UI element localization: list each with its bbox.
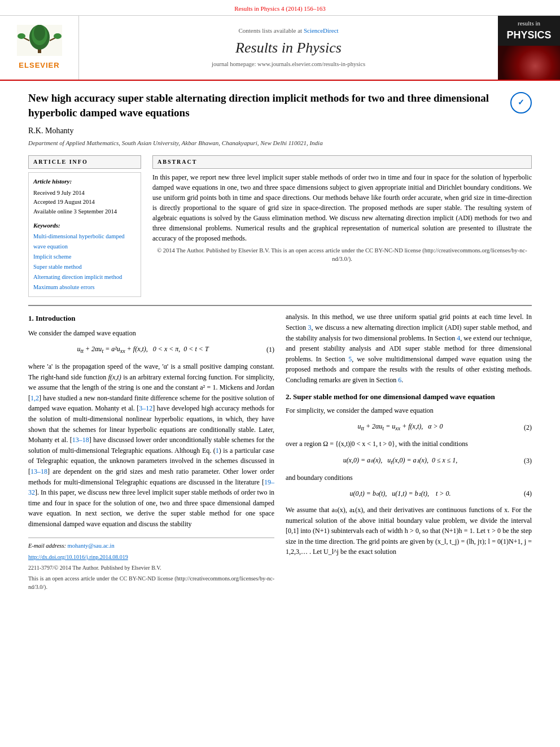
- sciencedirect-link[interactable]: ScienceDirect: [304, 27, 339, 34]
- ref-13-18[interactable]: 13–18: [72, 436, 89, 444]
- elsevier-logo: ELSEVIER: [17, 25, 62, 71]
- eq4-content: u(0,t) = b₀(t), u(1,t) = b₁(t), t > 0.: [286, 488, 515, 499]
- svg-point-7: [18, 33, 25, 39]
- ref-1-2[interactable]: 1,2: [30, 394, 39, 402]
- journal-header: Results in Physics 4 (2014) 156–163: [0, 0, 560, 81]
- body-col-left: 1. Introduction We consider the damped w…: [28, 312, 274, 591]
- issn-line: 2211-3797/© 2014 The Author. Published b…: [28, 563, 274, 572]
- received-date: Received 9 July 2014: [33, 189, 136, 198]
- eq1-content: utt + 2αut = a²uxx + f(x,t), 0 < x < π, …: [28, 344, 257, 356]
- elsevier-wordmark: ELSEVIER: [19, 60, 59, 71]
- journal-banner: ELSEVIER Contents lists available at Sci…: [0, 15, 560, 80]
- section2-para4: We assume that a₀(x), a₁(x), and their d…: [286, 505, 532, 557]
- ref-sec6[interactable]: 6: [398, 376, 401, 384]
- journal-top-link-anchor[interactable]: Results in Physics 4 (2014) 156–163: [234, 5, 326, 12]
- ref-sec5[interactable]: 5: [348, 355, 352, 363]
- license-footer: This is an open access article under the…: [28, 574, 274, 591]
- ref-3-12[interactable]: 3–12: [139, 404, 152, 412]
- eq3-math: u(x,0) = a₀(x), ut(x,0) = a₁(x), 0 ≤ x ≤…: [343, 456, 458, 464]
- copyright-text: © 2014 The Author. Published by Elsevier…: [157, 247, 527, 262]
- keyword-5[interactable]: Maximum absolute errors: [33, 282, 136, 292]
- section1-title-text: Introduction: [36, 314, 76, 322]
- email-label: E-mail address:: [28, 543, 66, 549]
- doi-link[interactable]: http://dx.doi.org/10.1016/j.rinp.2014.08…: [28, 554, 128, 560]
- eq2-num: (2): [515, 422, 532, 433]
- elsevier-logo-section: ELSEVIER: [0, 16, 79, 80]
- keyword-4[interactable]: Alternating direction implicit method: [33, 272, 136, 282]
- eq1-num: (1): [257, 344, 274, 355]
- eq3-num: (3): [515, 456, 532, 466]
- keywords-list: Multi-dimensional hyperbolic damped wave…: [33, 231, 136, 292]
- section2-para3: and boundary conditions: [286, 473, 532, 483]
- ref-13-18b[interactable]: 13–18: [30, 468, 47, 475]
- eq2-math: utt + 2αut = uxx + f(x,t), α > 0: [357, 422, 443, 430]
- badge-physics-text: PHYSICS: [506, 28, 551, 42]
- article-info-box: Article history: Received 9 July 2014 Ac…: [28, 172, 141, 297]
- email-footnote: E-mail address: mohanty@sau.ac.in: [28, 541, 274, 551]
- ref-sec3[interactable]: 3: [308, 324, 312, 331]
- equation-2: utt + 2αut = uxx + f(x,t), α > 0 (2): [286, 420, 532, 434]
- section1-para1: We consider the damped wave equation: [28, 328, 274, 339]
- ref-eq1[interactable]: 1: [216, 447, 219, 455]
- email-link[interactable]: mohanty@sau.ac.in: [68, 543, 115, 549]
- license-text: © 2014 The Author. Published by Elsevier…: [152, 247, 532, 263]
- ref-19-32[interactable]: 19–32: [28, 478, 274, 497]
- keywords-label: Keywords:: [33, 221, 136, 230]
- available-date: Available online 3 September 2014: [33, 207, 136, 217]
- keyword-1[interactable]: Multi-dimensional hyperbolic damped wave…: [33, 231, 136, 252]
- body-two-col: 1. Introduction We consider the damped w…: [28, 312, 532, 591]
- badge-results-text: results in: [506, 19, 551, 28]
- ref-sec4[interactable]: 4: [457, 334, 460, 342]
- article-content: New high accuracy super stable alternati…: [0, 81, 560, 601]
- section2-title-text: Super stable method for one dimensional …: [293, 392, 495, 401]
- history-label: Article history:: [33, 177, 136, 186]
- eq2-content: utt + 2αut = uxx + f(x,t), α > 0: [286, 421, 515, 433]
- journal-center: Contents lists available at ScienceDirec…: [79, 16, 498, 80]
- body-col-right: analysis. In this method, we use three u…: [286, 312, 532, 591]
- section1-title: 1. Introduction: [28, 313, 274, 324]
- doi-line: http://dx.doi.org/10.1016/j.rinp.2014.08…: [28, 553, 274, 561]
- journal-homepage: journal homepage: www.journals.elsevier.…: [212, 60, 365, 69]
- article-info-heading: ARTICLE INFO: [28, 155, 141, 169]
- results-physics-badge-section: results in PHYSICS: [498, 16, 560, 80]
- homepage-label: journal homepage:: [212, 61, 256, 67]
- accepted-date: Accepted 19 August 2014: [33, 198, 136, 207]
- article-title-row: New high accuracy super stable alternati…: [28, 91, 532, 120]
- physics-image: [498, 46, 560, 80]
- footnote-section: E-mail address: mohanty@sau.ac.in http:/…: [28, 538, 274, 591]
- section1-para2: where 'a' is the propagation speed of th…: [28, 361, 274, 530]
- abstract-col: ABSTRACT In this paper, we report new th…: [152, 155, 532, 297]
- crossmark-badge[interactable]: ✓: [510, 92, 532, 113]
- science-direct-link: Contents lists available at ScienceDirec…: [238, 27, 338, 35]
- equation-4: u(0,t) = b₀(t), u(1,t) = b₁(t), t > 0. (…: [286, 487, 532, 500]
- section2-num: 2.: [286, 392, 291, 401]
- keyword-3[interactable]: Super stable method: [33, 262, 136, 272]
- info-dates: Received 9 July 2014 Accepted 19 August …: [33, 189, 136, 217]
- abstract-heading: ABSTRACT: [152, 155, 532, 169]
- crossmark-icon: ✓: [518, 98, 524, 108]
- journal-title: Results in Physics: [235, 38, 342, 58]
- svg-point-8: [54, 33, 62, 39]
- svg-point-4: [34, 25, 45, 41]
- equation-1: utt + 2αut = a²uxx + f(x,t), 0 < x < π, …: [28, 343, 274, 357]
- keyword-2[interactable]: Implicit scheme: [33, 252, 136, 262]
- eq4-num: (4): [515, 488, 532, 499]
- eq1-math: utt + 2αut = a²uxx + f(x,t), 0 < x < π, …: [77, 345, 208, 353]
- article-title-text: New high accuracy super stable alternati…: [28, 91, 504, 120]
- author-name: R.K. Mohanty: [28, 125, 532, 137]
- contents-text: Contents lists available at: [238, 27, 302, 34]
- section2-para2: over a region Ω = {(x,t)|0 < x < 1, t > …: [286, 439, 532, 449]
- equation-3: u(x,0) = a₀(x), ut(x,0) = a₁(x), 0 ≤ x ≤…: [286, 454, 532, 468]
- article-info-col: ARTICLE INFO Article history: Received 9…: [28, 155, 141, 297]
- section-divider: [28, 305, 532, 306]
- abstract-text: In this paper, we report new three level…: [152, 172, 532, 243]
- section1-num: 1.: [28, 314, 34, 322]
- author-affiliation: Department of Applied Mathematics, South…: [28, 139, 532, 147]
- page-wrapper: Results in Physics 4 (2014) 156–163: [0, 0, 560, 601]
- homepage-url[interactable]: www.journals.elsevier.com/results-in-phy…: [257, 61, 365, 67]
- results-physics-badge: results in PHYSICS: [503, 16, 554, 46]
- journal-top-link[interactable]: Results in Physics 4 (2014) 156–163: [0, 5, 560, 13]
- section1-right-para1: analysis. In this method, we use three u…: [286, 312, 532, 385]
- eq3-content: u(x,0) = a₀(x), ut(x,0) = a₁(x), 0 ≤ x ≤…: [286, 455, 515, 467]
- info-abstract-section: ARTICLE INFO Article history: Received 9…: [28, 155, 532, 297]
